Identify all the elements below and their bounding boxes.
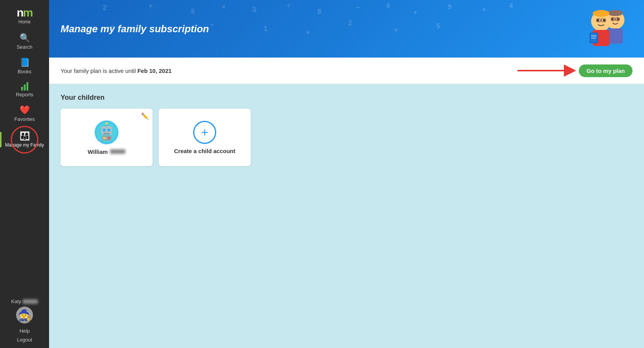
svg-point-10 — [597, 19, 599, 21]
page-title: Manage my family subscription — [61, 23, 209, 35]
home-label: Home — [18, 19, 31, 25]
sidebar-item-reports[interactable]: Reports — [0, 78, 49, 101]
go-to-plan-button[interactable]: Go to my plan — [579, 64, 632, 77]
svg-point-11 — [603, 19, 605, 21]
reports-icon — [21, 82, 28, 91]
child-surname-blur — [110, 149, 125, 154]
family-icon: 👨‍👩‍👧 — [20, 131, 30, 141]
content-area: Your children ✏️ — [49, 84, 644, 348]
sidebar-bottom: Katy 🧙 Help Logout — [0, 295, 49, 348]
svg-point-3 — [617, 18, 619, 20]
username-label: Katy — [11, 299, 21, 304]
robot-avatar-svg — [96, 122, 117, 143]
logo[interactable]: nm Home — [16, 3, 32, 28]
svg-point-33 — [108, 137, 110, 139]
search-icon: 🔍 — [20, 33, 30, 43]
arrow-annotation: Go to my plan — [518, 64, 632, 78]
username-blur — [23, 299, 38, 304]
create-child-card[interactable]: + Create a child account — [159, 109, 251, 166]
svg-rect-1 — [608, 28, 623, 44]
user-section: Katy 🧙 — [0, 295, 49, 327]
plan-status-text: Your family plan is active until Feb 10,… — [61, 68, 172, 74]
characters-svg — [583, 8, 632, 50]
logout-link[interactable]: Logout — [0, 335, 49, 344]
user-avatar-emoji: 🧙 — [18, 309, 31, 322]
sidebar-item-family-label: Manage my Family — [3, 142, 46, 148]
active-bar-indicator — [0, 132, 2, 147]
page-header: 2 + 5 × 3 ÷ 8 − 6 + 9 × 4 ÷ 7 − 1 × 2 + … — [49, 0, 644, 58]
sidebar-item-manage-family[interactable]: 👨‍👩‍👧 Manage my Family — [0, 126, 49, 153]
red-arrow-svg — [518, 64, 579, 78]
sidebar-item-favorites[interactable]: ❤️ Favorites — [0, 101, 49, 126]
svg-point-26 — [107, 129, 110, 132]
help-link[interactable]: Help — [0, 327, 49, 335]
edit-icon[interactable]: ✏️ — [141, 112, 149, 120]
svg-point-2 — [611, 18, 614, 20]
svg-point-32 — [106, 137, 107, 139]
children-cards-container: ✏️ — [61, 109, 632, 166]
plan-text-prefix: Your family plan is active until — [61, 68, 137, 74]
svg-point-31 — [103, 137, 105, 139]
sidebar-item-reports-label: Reports — [16, 92, 33, 97]
child-avatar-william — [94, 120, 119, 145]
svg-point-4 — [608, 10, 623, 16]
create-child-label: Create a child account — [174, 148, 235, 154]
children-section-title: Your children — [61, 94, 632, 102]
sidebar-item-books-label: Books — [18, 69, 31, 74]
plus-symbol: + — [201, 126, 209, 139]
sidebar: nm Home 🔍 Search 📘 Books Reports ❤️ Favo… — [0, 0, 49, 348]
plan-date: Feb 10, 2021 — [137, 68, 171, 74]
sidebar-item-books[interactable]: 📘 Books — [0, 54, 49, 78]
favorites-icon: ❤️ — [20, 105, 30, 115]
child-name-text: William — [88, 148, 108, 155]
sidebar-item-search[interactable]: 🔍 Search — [0, 29, 49, 54]
main-content: 2 + 5 × 3 ÷ 8 − 6 + 9 × 4 ÷ 7 − 1 × 2 + … — [49, 0, 644, 348]
svg-rect-17 — [590, 33, 597, 43]
user-avatar[interactable]: 🧙 — [16, 307, 33, 323]
sidebar-item-search-label: Search — [16, 44, 32, 50]
books-icon: 📘 — [20, 58, 30, 68]
svg-point-12 — [593, 10, 610, 17]
subheader: Your family plan is active until Feb 10,… — [49, 58, 644, 84]
svg-rect-27 — [104, 133, 110, 134]
sidebar-item-favorites-label: Favorites — [14, 116, 34, 122]
child-name-william: William — [88, 148, 125, 155]
plus-circle-icon: + — [193, 121, 216, 144]
character-illustration — [583, 8, 632, 50]
child-card-william[interactable]: ✏️ — [61, 109, 153, 166]
svg-point-29 — [105, 122, 108, 125]
svg-point-25 — [103, 129, 106, 132]
